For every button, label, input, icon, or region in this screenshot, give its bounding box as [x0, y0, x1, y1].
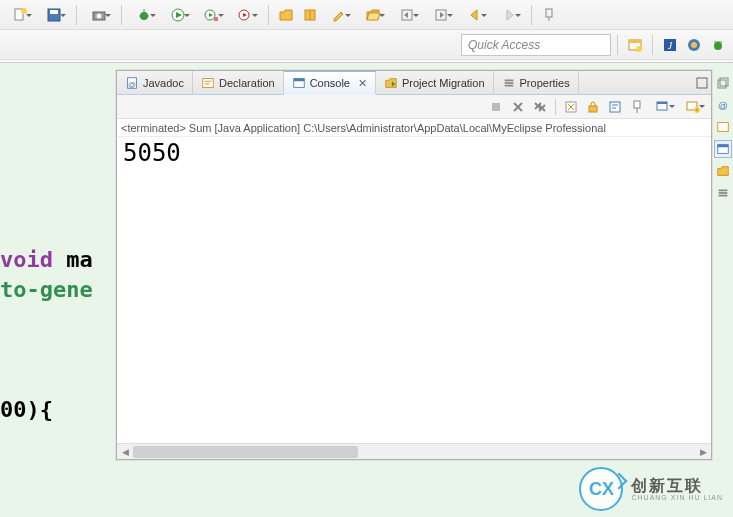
trim-console-button[interactable] [714, 140, 732, 158]
back-button[interactable] [459, 4, 491, 26]
svg-rect-57 [589, 106, 597, 112]
java-perspective-icon: J [662, 37, 678, 53]
close-icon[interactable]: ✕ [358, 77, 367, 90]
console-output-text: 5050 [123, 139, 181, 167]
nav-next-button[interactable] [425, 4, 457, 26]
run-last-menu-button[interactable] [196, 4, 228, 26]
open-perspective-button[interactable] [624, 34, 646, 56]
run-menu-button[interactable] [162, 4, 194, 26]
toolbar-separator [652, 35, 653, 55]
tab-declaration[interactable]: Declaration [193, 71, 284, 94]
open-type-button[interactable] [275, 4, 297, 26]
maximize-view-button[interactable] [693, 71, 711, 94]
toolbar-separator [531, 5, 532, 25]
save-menu-button[interactable] [38, 4, 70, 26]
svg-rect-69 [718, 80, 726, 88]
trim-migration-button[interactable] [714, 162, 732, 180]
restore-icon [717, 77, 729, 89]
code-fragment: void ma [0, 247, 93, 272]
search-menu-button[interactable] [323, 4, 355, 26]
tab-console[interactable]: Console ✕ [284, 71, 376, 95]
run-ext-icon [238, 7, 254, 23]
java-perspective-button[interactable]: J [659, 34, 681, 56]
main-toolbar-row-1 [0, 0, 733, 30]
pin-icon [541, 7, 557, 23]
code-fragment: to-gene [0, 277, 93, 302]
console-icon [716, 142, 730, 156]
console-toolbar [117, 95, 711, 119]
debug-perspective-button[interactable] [707, 34, 729, 56]
new-menu-button[interactable] [4, 4, 36, 26]
quick-access-input[interactable]: Quick Access [461, 34, 611, 56]
migration-icon [384, 76, 398, 90]
display-icon [655, 99, 671, 115]
console-output[interactable]: 5050 [117, 137, 711, 443]
terminate-button[interactable] [486, 97, 506, 117]
remove-launch-button[interactable] [508, 97, 528, 117]
toolbar-separator [555, 99, 556, 115]
remove-all-icon [532, 99, 548, 115]
tab-label: Properties [520, 77, 570, 89]
svg-rect-27 [629, 40, 641, 43]
trim-properties-button[interactable] [714, 184, 732, 202]
debug-perspective-icon [710, 37, 726, 53]
javadoc-icon: @ [716, 98, 730, 112]
tab-label: Project Migration [402, 77, 485, 89]
svg-rect-61 [634, 101, 640, 108]
maximize-icon [696, 77, 708, 89]
tab-properties[interactable]: Properties [494, 71, 579, 94]
view-stack: @ Javadoc Declaration Console ✕ Project … [116, 70, 712, 460]
svg-marker-21 [440, 12, 444, 18]
properties-icon [502, 76, 516, 90]
new-icon [12, 7, 28, 23]
tab-javadoc[interactable]: @ Javadoc [117, 71, 193, 94]
svg-rect-24 [546, 9, 552, 17]
camera-icon [91, 7, 107, 23]
new-package-button[interactable] [299, 4, 321, 26]
folder-icon [278, 7, 294, 23]
tab-label: Declaration [219, 77, 275, 89]
pin-editor-button[interactable] [538, 4, 560, 26]
nav-prev-button[interactable] [391, 4, 423, 26]
scroll-track[interactable] [133, 445, 695, 459]
myeclipse-perspective-button[interactable] [683, 34, 705, 56]
external-tools-button[interactable] [230, 4, 262, 26]
open-task-button[interactable] [357, 4, 389, 26]
bug-icon [136, 7, 152, 23]
scroll-lock-icon [585, 99, 601, 115]
screenshot-menu-button[interactable] [83, 4, 115, 26]
scroll-lock-button[interactable] [583, 97, 603, 117]
trim-declaration-button[interactable] [714, 118, 732, 136]
back-icon [467, 7, 483, 23]
scroll-left-button[interactable]: ◀ [117, 445, 133, 459]
remove-all-button[interactable] [530, 97, 550, 117]
debug-menu-button[interactable] [128, 4, 160, 26]
clear-console-button[interactable] [561, 97, 581, 117]
svg-rect-37 [203, 78, 214, 87]
svg-marker-23 [507, 10, 513, 20]
open-console-button[interactable] [679, 97, 707, 117]
main-toolbar-row-2: Quick Access J [0, 30, 733, 60]
view-tab-row: @ Javadoc Declaration Console ✕ Project … [117, 71, 711, 95]
tab-label: Javadoc [143, 77, 184, 89]
tab-project-migration[interactable]: Project Migration [376, 71, 494, 94]
declaration-icon [716, 120, 730, 134]
watermark-logo-text: CX [589, 479, 614, 500]
horizontal-scrollbar[interactable]: ◀ ▶ [117, 443, 711, 459]
scroll-right-button[interactable]: ▶ [695, 445, 711, 459]
svg-text:@: @ [128, 79, 136, 88]
display-selected-button[interactable] [649, 97, 677, 117]
clear-icon [563, 99, 579, 115]
svg-text:J: J [668, 40, 673, 51]
trim-restore-button[interactable] [714, 74, 732, 92]
toolbar-separator [76, 5, 77, 25]
watermark-text: 创新互联 CHUANG XIN HU LIAN [631, 478, 723, 501]
package-icon [302, 7, 318, 23]
pin-console-button[interactable] [627, 97, 647, 117]
pencil-icon [331, 7, 347, 23]
svg-point-33 [714, 42, 722, 50]
scroll-thumb[interactable] [133, 446, 358, 458]
word-wrap-button[interactable] [605, 97, 625, 117]
trim-javadoc-button[interactable]: @ [714, 96, 732, 114]
forward-button[interactable] [493, 4, 525, 26]
